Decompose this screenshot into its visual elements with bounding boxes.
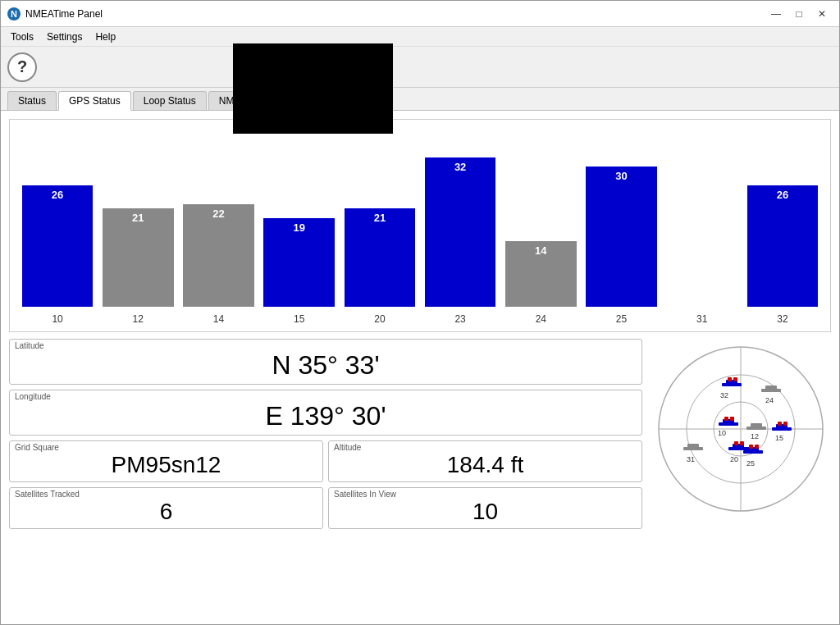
signal-chart: 26102112221419152120322314243025312632 <box>9 119 831 332</box>
svg-rect-6 <box>722 383 742 386</box>
svg-rect-11 <box>761 389 781 392</box>
menu-help[interactable]: Help <box>89 30 122 44</box>
bar-label-14: 14 <box>213 313 224 325</box>
menu-tools[interactable]: Tools <box>4 30 40 44</box>
bar-label-32: 32 <box>777 313 788 325</box>
signal-bar-25: 30 <box>586 167 657 307</box>
svg-text:31: 31 <box>687 455 695 463</box>
title-bar-controls: — □ ✕ <box>765 6 833 22</box>
svg-rect-8 <box>733 377 737 381</box>
svg-rect-30 <box>728 447 748 450</box>
satellites-inview-field: Satellites In View 10 <box>328 487 642 529</box>
bar-group-32: 2632 <box>743 120 822 307</box>
bar-label-31: 31 <box>696 313 707 325</box>
bar-group-12: 2112 <box>98 120 177 307</box>
latitude-value: N 35° 33' <box>15 350 637 381</box>
menu-bar: Tools Settings Help <box>1 27 839 47</box>
signal-bar-24: 14 <box>505 241 577 307</box>
svg-text:10: 10 <box>718 429 726 437</box>
svg-rect-32 <box>740 441 744 445</box>
bar-group-24: 1424 <box>501 120 580 307</box>
svg-text:15: 15 <box>775 434 783 442</box>
svg-rect-22 <box>772 427 792 431</box>
minimize-button[interactable]: — <box>765 6 787 22</box>
longitude-value: E 139° 30' <box>15 401 637 431</box>
bar-group-14: 2214 <box>179 120 258 307</box>
satellites-tracked-field: Satellites Tracked 6 <box>9 487 323 529</box>
signal-bar-23: 32 <box>425 157 496 307</box>
signal-bar-20: 21 <box>345 208 416 307</box>
svg-rect-27 <box>683 447 703 450</box>
latitude-field: Latitude N 35° 33' <box>9 339 642 385</box>
gridsquare-value: PM95sn12 <box>15 452 317 478</box>
satellites-inview-label: Satellites In View <box>334 490 637 499</box>
latitude-label: Latitude <box>15 341 637 350</box>
bottom-section: Latitude N 35° 33' Longitude E 139° 30' … <box>9 339 831 616</box>
signal-bar-10: 26 <box>22 185 94 307</box>
skyview: 32 24 10 12 <box>651 339 831 519</box>
satellites-tracked-label: Satellites Tracked <box>15 490 317 499</box>
signal-bar-32: 26 <box>747 185 819 307</box>
tab-status[interactable]: Status <box>7 91 57 110</box>
svg-rect-24 <box>783 422 788 426</box>
bar-label-25: 25 <box>616 313 627 325</box>
svg-rect-14 <box>719 422 738 426</box>
satellites-row: Satellites Tracked 6 Satellites In View … <box>9 487 642 529</box>
app-icon: N <box>7 7 21 21</box>
svg-rect-37 <box>755 445 759 449</box>
bar-label-24: 24 <box>536 313 546 325</box>
info-panels: Latitude N 35° 33' Longitude E 139° 30' … <box>9 339 642 616</box>
title-bar: N NMEATime Panel — □ ✕ <box>1 1 839 27</box>
bar-label-12: 12 <box>133 313 144 325</box>
bar-label-10: 10 <box>52 313 62 325</box>
bar-group-10: 2610 <box>18 120 97 307</box>
bar-group-31: 31 <box>663 120 742 307</box>
bar-label-15: 15 <box>294 313 304 325</box>
help-button[interactable]: ? <box>7 52 37 82</box>
tab-gps-status[interactable]: GPS Status <box>58 91 131 111</box>
tab-bar: Status GPS Status Loop Status NMEA Outpu… <box>1 88 839 111</box>
svg-rect-35 <box>743 450 763 454</box>
map-overlay <box>233 43 393 134</box>
close-button[interactable]: ✕ <box>811 6 833 22</box>
svg-rect-7 <box>728 377 732 381</box>
bar-label-23: 23 <box>454 313 465 325</box>
gridsquare-field: Grid Square PM95sn12 <box>9 440 323 482</box>
bar-group-25: 3025 <box>582 120 660 307</box>
altitude-label: Altitude <box>334 443 637 452</box>
signal-bar-12: 21 <box>103 208 174 307</box>
window-title: NMEATime Panel <box>25 8 103 20</box>
gridsquare-altitude-row: Grid Square PM95sn12 Altitude 184.4 ft <box>9 440 642 482</box>
svg-rect-16 <box>730 417 734 421</box>
svg-rect-15 <box>724 417 728 421</box>
title-bar-left: N NMEATime Panel <box>7 7 103 21</box>
tab-loop-status[interactable]: Loop Status <box>133 91 207 110</box>
altitude-field: Altitude 184.4 ft <box>328 440 642 482</box>
svg-text:25: 25 <box>746 459 755 468</box>
longitude-label: Longitude <box>15 392 637 401</box>
bar-group-23: 3223 <box>421 120 500 307</box>
svg-rect-19 <box>746 427 766 430</box>
svg-text:12: 12 <box>751 432 759 440</box>
longitude-field: Longitude E 139° 30' <box>9 390 642 436</box>
toolbar: ? <box>1 47 839 88</box>
menu-settings[interactable]: Settings <box>40 30 89 44</box>
svg-rect-36 <box>749 445 753 449</box>
main-window: N NMEATime Panel — □ ✕ Tools Settings He… <box>0 0 840 625</box>
bar-group-20: 2120 <box>340 120 419 307</box>
bar-group-15: 1915 <box>260 120 339 307</box>
satellites-tracked-value: 6 <box>15 499 317 525</box>
svg-text:24: 24 <box>765 396 774 404</box>
gridsquare-label: Grid Square <box>15 443 317 452</box>
signal-bar-14: 22 <box>183 204 254 307</box>
altitude-value: 184.4 ft <box>334 452 637 478</box>
main-content: 26102112221419152120322314243025312632 L… <box>1 111 839 624</box>
satellites-inview-value: 10 <box>334 499 637 525</box>
svg-text:32: 32 <box>720 391 728 399</box>
maximize-button[interactable]: □ <box>788 6 810 22</box>
signal-bar-15: 19 <box>263 218 335 307</box>
svg-rect-31 <box>734 441 738 445</box>
svg-text:20: 20 <box>730 455 738 463</box>
svg-rect-23 <box>778 422 782 426</box>
bar-label-20: 20 <box>374 313 385 325</box>
